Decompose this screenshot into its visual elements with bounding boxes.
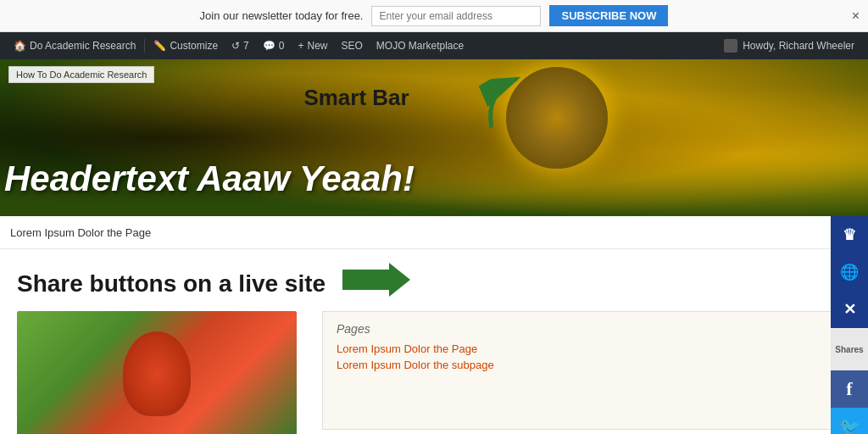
pages-widget: Pages Lorem Ipsum Dolor the Page Lorem I… [322, 311, 851, 430]
content-bar: Lorem Ipsum Dolor the Page 🔍 [0, 216, 868, 249]
twitter-share-button[interactable]: 🐦 [831, 408, 868, 434]
page-title: Lorem Ipsum Dolor the Page [10, 226, 832, 239]
newsletter-text: Join our newsletter today for free. [200, 9, 364, 22]
widget-link-1[interactable]: Lorem Ipsum Dolor the Page [337, 342, 837, 355]
pencil-icon: ✏️ [153, 40, 166, 52]
home-icon: 🏠 [14, 40, 26, 52]
breadcrumb: How To Do Academic Research [8, 66, 154, 83]
admin-bar-new[interactable]: + New [291, 32, 334, 59]
admin-bar-home[interactable]: 🏠 Do Academic Research [7, 32, 142, 59]
svg-marker-1 [342, 263, 410, 297]
subscribe-button[interactable]: SUBSCRIBE NOW [549, 5, 668, 26]
separator-1 [144, 39, 145, 53]
widget-link-2[interactable]: Lorem Ipsum Dolor the subpage [337, 359, 837, 371]
admin-bar-seo[interactable]: SEO [334, 32, 369, 59]
close-x-icon: ✕ [843, 300, 856, 319]
crown-top-icon: ♛ [843, 225, 856, 244]
smart-bar-label: Smart Bar [303, 85, 409, 111]
share-label-area: Share buttons on a live site [0, 249, 868, 311]
shares-count-button[interactable]: Shares [831, 328, 868, 370]
plus-icon: + [298, 40, 303, 52]
shares-label-text: Shares [835, 345, 863, 354]
share-globe-button[interactable]: 🌐 [831, 253, 868, 291]
share-crown-top-button[interactable]: ♛ [831, 216, 868, 253]
share-label: Share buttons on a live site [17, 270, 326, 298]
share-sidebar: ♛ 🌐 ✕ Shares f 🐦 g+ P ✉ ♛ [831, 216, 868, 434]
main-content: Lorem Ipsum Dolor the Page 🔍 Share butto… [0, 216, 868, 434]
admin-bar-customize[interactable]: ✏️ Customize [147, 32, 225, 59]
globe-icon: 🌐 [840, 263, 859, 281]
admin-bar: 🏠 Do Academic Research ✏️ Customize ↺ 7 … [0, 32, 868, 59]
facebook-share-button[interactable]: f [831, 370, 868, 408]
twitter-icon: 🐦 [839, 416, 860, 434]
comments-icon: 💬 [263, 40, 275, 52]
facebook-icon: f [846, 378, 852, 400]
flower-image [17, 311, 297, 434]
lower-area: Pages Lorem Ipsum Dolor the Page Lorem I… [0, 311, 868, 434]
hero-title: Headertext Aaaw Yeaah! [4, 159, 415, 199]
admin-bar-mojo[interactable]: MOJO Marketplace [370, 32, 470, 59]
widget-title: Pages [337, 322, 837, 336]
share-arrow-icon [342, 263, 410, 304]
admin-bar-comments[interactable]: 💬 0 [256, 32, 292, 59]
admin-bar-howdy[interactable]: Howdy, Richard Wheeler [717, 39, 861, 53]
newsletter-bar: Join our newsletter today for free. SUBS… [0, 0, 868, 32]
share-close-button[interactable]: ✕ [831, 291, 868, 328]
newsletter-email-input[interactable] [371, 6, 541, 26]
user-avatar [724, 39, 737, 53]
updates-icon: ↺ [231, 40, 240, 52]
hero-section: How To Do Academic Research Headertext A… [0, 59, 868, 216]
admin-bar-updates[interactable]: ↺ 7 [225, 32, 256, 59]
flower-center [123, 331, 191, 416]
newsletter-close-icon[interactable]: × [852, 8, 860, 24]
